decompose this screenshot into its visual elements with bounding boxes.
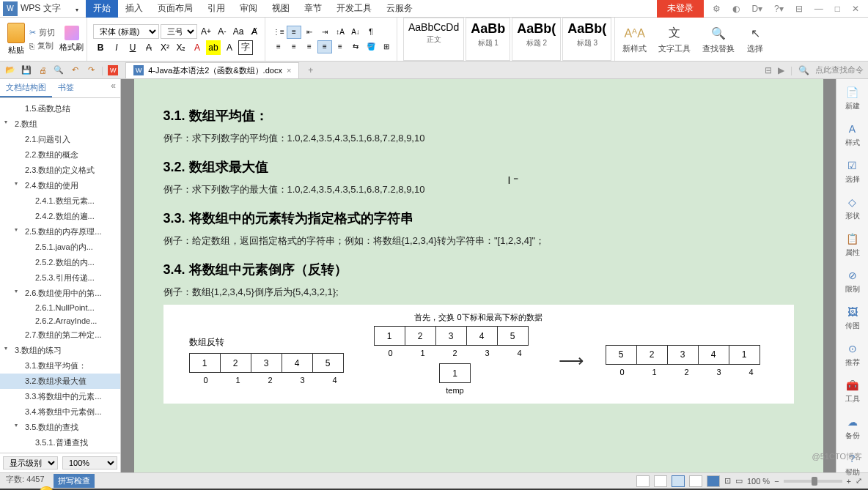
show-marks-button[interactable]: ¶ — [364, 26, 378, 39]
menu-tab-review[interactable]: 审阅 — [232, 0, 265, 18]
right-panel-item[interactable]: 📋属性 — [845, 231, 860, 258]
shading-button[interactable]: 🪣 — [364, 40, 378, 53]
right-panel-item[interactable]: ☑选择 — [845, 158, 860, 185]
clear-format-icon[interactable]: A̸ — [247, 24, 262, 39]
tree-item[interactable]: 2.4.1.数组元素... — [0, 193, 120, 209]
view-read-button[interactable] — [689, 475, 702, 487]
view-focus-button[interactable] — [707, 475, 720, 487]
theme-icon[interactable]: ◐ — [729, 2, 743, 15]
style-h2[interactable]: AaBb(标题 2 — [512, 18, 561, 61]
right-panel-item[interactable]: 📄新建 — [845, 85, 860, 111]
preview-icon[interactable]: 🔍 — [53, 64, 65, 76]
tree-item[interactable]: 2.5.1.java的内... — [0, 240, 120, 255]
menu-tab-insert[interactable]: 插入 — [118, 0, 150, 18]
outline-tab-bookmark[interactable]: 书签 — [52, 79, 80, 97]
right-panel-item[interactable]: ☁备份 — [845, 415, 860, 441]
menu-tab-file[interactable] — [67, 1, 86, 17]
help-icon[interactable]: ?▾ — [771, 2, 787, 15]
right-panel-item[interactable]: 🖼传图 — [845, 305, 860, 331]
style-h1[interactable]: AaBb标题 1 — [466, 18, 510, 61]
tree-item[interactable]: 3.数组的练习 — [0, 343, 120, 358]
tree-item[interactable]: 2.3.数组的定义格式 — [0, 163, 120, 178]
find-replace-button[interactable]: 🔍查找替换 — [698, 24, 739, 54]
tree-item[interactable]: 3.2.数组求最大值 — [0, 374, 120, 389]
undo-icon[interactable]: ↶ — [69, 64, 81, 76]
right-panel-item[interactable]: 🧰工具 — [845, 378, 860, 404]
menu-tab-start[interactable]: 开始 — [86, 0, 118, 18]
new-style-button[interactable]: AᴬA新样式 — [618, 24, 651, 54]
tree-item[interactable]: 2.2.数组的概念 — [0, 147, 120, 163]
fit-page-icon[interactable]: ▭ — [735, 476, 743, 486]
maximize-icon[interactable]: □ — [832, 2, 843, 15]
menu-tab-view[interactable]: 视图 — [265, 0, 297, 18]
tree-item[interactable]: 2.6.数组使用中的第... — [0, 286, 120, 301]
indent-button[interactable]: ⇥ — [317, 26, 332, 39]
redo-icon[interactable]: ↷ — [85, 64, 97, 76]
char-shading-button[interactable]: A — [222, 40, 237, 55]
settings-icon[interactable]: ⚙ — [710, 2, 724, 15]
text-tools-button[interactable]: 文文字工具 — [654, 24, 695, 54]
collapse-ribbon-icon[interactable]: ⊟ — [792, 2, 806, 15]
display-level-select[interactable]: 显示级别 — [3, 456, 58, 469]
save-icon[interactable]: 💾 — [21, 64, 32, 76]
style-normal[interactable]: AaBbCcDd正文 — [403, 18, 464, 61]
tree-item[interactable]: 3.5.1.普通查找 — [0, 435, 120, 450]
copy-button[interactable]: ⎘复制 — [29, 40, 55, 51]
tree-item[interactable]: 2.1.问题引入 — [0, 132, 120, 147]
right-panel-item[interactable]: ⊘限制 — [845, 268, 860, 294]
minimize-icon[interactable]: — — [812, 2, 826, 15]
search-placeholder[interactable]: 点此查找命令 — [815, 64, 864, 75]
font-name-select[interactable]: 宋体 (标题) — [93, 24, 159, 39]
right-panel-item[interactable]: ◇形状 — [845, 195, 860, 221]
zoom-in-button[interactable]: + — [847, 477, 851, 486]
tab-button[interactable]: ⇆ — [348, 40, 363, 53]
right-panel-item[interactable]: A样式 — [845, 122, 860, 148]
tree-item[interactable]: 2.5.3.引用传递... — [0, 270, 120, 286]
open-icon[interactable]: 📂 — [4, 64, 16, 76]
fit-width-icon[interactable]: ⊡ — [724, 476, 731, 486]
tree-item[interactable]: 2.7.数组的第二种定... — [0, 327, 120, 343]
tree-item[interactable]: 3.3.将数组中的元素... — [0, 389, 120, 404]
tree-item[interactable]: 3.5.数组的查找 — [0, 420, 120, 435]
tree-item[interactable]: 3.1.数组平均值： — [0, 358, 120, 374]
outline-close-icon[interactable]: « — [106, 79, 120, 97]
tree-item[interactable]: 2.6.2.ArrayInde... — [0, 314, 120, 327]
underline-button[interactable]: U — [125, 40, 140, 55]
arrow-icon[interactable]: ▶ — [778, 65, 784, 75]
tree-item[interactable]: 2.6.1.NullPoint... — [0, 301, 120, 314]
menu-tab-reference[interactable]: 引用 — [200, 0, 232, 18]
decrease-font-icon[interactable]: A- — [215, 24, 229, 39]
align-left-button[interactable]: ≡ — [271, 40, 286, 53]
line-spacing-button[interactable]: ↕A — [333, 26, 347, 39]
tree-item[interactable]: 1.5.函数总结 — [0, 101, 120, 116]
menu-tab-cloud[interactable]: 云服务 — [379, 0, 420, 18]
close-tab-icon[interactable]: × — [287, 66, 291, 75]
increase-font-icon[interactable]: A+ — [199, 24, 213, 39]
document-tab[interactable]: W 4-Java基本语法2（函数&数组）.docx × — [125, 62, 299, 78]
tree-item[interactable]: 2.数组 — [0, 116, 120, 132]
font-size-select[interactable]: 三号 — [161, 24, 197, 39]
justify-button[interactable]: ≡ — [317, 40, 332, 53]
right-panel-item[interactable]: ⊙推荐 — [845, 341, 860, 368]
menu-tab-layout[interactable]: 页面布局 — [150, 0, 200, 18]
sort-button[interactable]: A↓ — [348, 26, 363, 39]
highlight-button[interactable]: ab — [206, 40, 221, 55]
sync-icon[interactable]: D▾ — [749, 2, 765, 15]
paste-button[interactable]: 粘贴 — [7, 23, 25, 56]
align-center-button[interactable]: ≡ — [287, 40, 301, 53]
superscript-button[interactable]: X² — [158, 40, 172, 55]
font-color-button[interactable]: A — [190, 40, 205, 55]
view-web-button[interactable] — [654, 475, 667, 487]
zoom-slider[interactable] — [784, 480, 842, 483]
char-border-button[interactable]: 字 — [238, 40, 253, 55]
align-right-button[interactable]: ≡ — [302, 40, 317, 53]
distribute-button[interactable]: ≡ — [333, 40, 347, 53]
strike-button[interactable]: A — [141, 40, 156, 55]
zoom-thumb[interactable] — [812, 477, 817, 486]
subscript-button[interactable]: X₂ — [174, 40, 188, 55]
new-tab-button[interactable]: + — [304, 65, 317, 75]
format-painter-button[interactable]: 格式刷 — [59, 26, 84, 53]
tree-item[interactable]: 2.5.数组的内存原理... — [0, 224, 120, 240]
tree-item[interactable]: 2.4.数组的使用 — [0, 178, 120, 193]
close-icon[interactable]: ✕ — [849, 2, 862, 15]
